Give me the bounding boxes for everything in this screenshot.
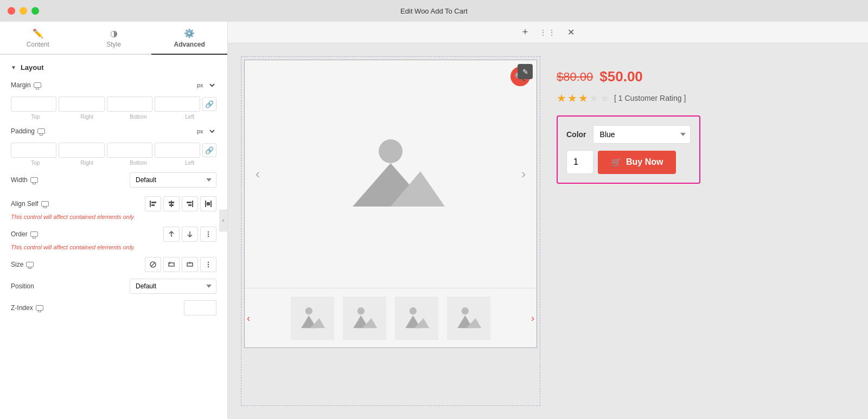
padding-inputs: 🔗: [11, 143, 216, 158]
star-rating: ★ ★ ★ ★ ★: [557, 92, 610, 105]
align-self-center-button[interactable]: [163, 196, 180, 211]
position-select[interactable]: Default Relative Absolute Fixed: [130, 279, 216, 294]
zindex-control-row: Z-Index: [11, 300, 216, 315]
padding-left-input[interactable]: [155, 143, 200, 158]
margin-labels: Top Right Bottom Left: [11, 114, 216, 120]
svg-rect-11: [207, 202, 210, 205]
svg-rect-2: [151, 204, 155, 206]
margin-top-input[interactable]: [11, 96, 56, 112]
svg-point-13: [208, 234, 209, 235]
image-next-button[interactable]: ›: [515, 165, 532, 183]
margin-link-button[interactable]: 🔗: [202, 97, 216, 111]
thumb-prev-button[interactable]: ‹: [247, 312, 250, 324]
size-fill-button[interactable]: [182, 257, 198, 272]
svg-rect-6: [192, 201, 193, 207]
color-row: Color Blue Red Green Black: [566, 125, 691, 144]
layout-section-header[interactable]: ▼ Layout: [11, 63, 216, 72]
align-self-end-button[interactable]: [182, 196, 198, 211]
align-end-icon: [186, 200, 194, 208]
size-fit-button[interactable]: [163, 257, 180, 272]
panel-collapse-button[interactable]: ‹: [219, 210, 228, 231]
order-up-icon: [168, 230, 175, 238]
thumbnail-3[interactable]: [395, 296, 438, 340]
buy-now-button[interactable]: 🛒 Buy Now: [598, 151, 676, 174]
order-control-row: Order: [11, 227, 216, 242]
cart-row: 🛒 Buy Now: [566, 150, 691, 174]
quantity-input[interactable]: [566, 150, 593, 174]
align-self-stretch-button[interactable]: [200, 196, 216, 211]
tab-content[interactable]: ✏️ Content: [0, 22, 76, 54]
size-none-icon: [149, 261, 157, 268]
svg-point-21: [208, 266, 209, 267]
position-label: Position: [11, 282, 60, 290]
size-more-icon: [205, 261, 212, 268]
order-down-button[interactable]: [182, 227, 198, 242]
close-traffic-light[interactable]: [8, 7, 15, 15]
align-self-row: Align Self: [11, 196, 216, 211]
tab-style[interactable]: ◑ Style: [76, 22, 152, 54]
padding-top-input[interactable]: [11, 143, 56, 158]
svg-rect-3: [171, 201, 172, 207]
size-control-row: Size: [11, 257, 216, 272]
size-none-button[interactable]: [145, 257, 161, 272]
svg-rect-1: [151, 202, 156, 203]
padding-right-input[interactable]: [59, 143, 104, 158]
maximize-traffic-light[interactable]: [31, 7, 39, 15]
color-select[interactable]: Blue Red Green Black: [593, 125, 691, 144]
svg-point-31: [410, 307, 417, 314]
titlebar: Edit Woo Add To Cart: [0, 0, 868, 22]
tab-advanced[interactable]: ⚙️ Advanced: [151, 22, 227, 54]
margin-left-input[interactable]: [155, 96, 200, 112]
svg-point-34: [462, 307, 469, 314]
size-more-button[interactable]: [200, 257, 216, 272]
product-info: $80.00 $50.00 ★ ★ ★ ★ ★ [ 1 Customer Rat…: [548, 60, 852, 403]
minimize-traffic-light[interactable]: [20, 7, 27, 15]
svg-rect-4: [169, 202, 174, 203]
panel-scroll-area: ▼ Layout Margin px % em: [0, 55, 227, 419]
align-center-icon: [168, 200, 175, 208]
svg-point-25: [305, 307, 312, 314]
thumbnail-1[interactable]: [291, 296, 334, 340]
align-self-start-button[interactable]: [145, 196, 161, 211]
order-up-button[interactable]: [163, 227, 180, 242]
svg-point-12: [208, 231, 209, 233]
buy-now-label: Buy Now: [626, 157, 663, 167]
thumbnail-2[interactable]: [343, 296, 386, 340]
thumbnail-strip: ‹: [245, 288, 537, 347]
padding-bottom-input[interactable]: [107, 143, 152, 158]
order-more-button[interactable]: [200, 227, 216, 242]
edit-widget-button[interactable]: ✎: [518, 64, 533, 79]
product-image-placeholder: [336, 131, 445, 217]
margin-inputs: 🔗: [11, 96, 216, 112]
align-start-icon: [149, 200, 157, 208]
content-icon: ✏️: [33, 28, 43, 38]
width-select[interactable]: Default Full Width Custom: [130, 172, 216, 188]
add-element-button[interactable]: +: [518, 25, 533, 40]
order-down-icon: [186, 230, 194, 238]
thumb-next-button[interactable]: ›: [531, 312, 534, 324]
zindex-label: Z-Index: [11, 304, 60, 312]
thumb-image-3: [403, 305, 430, 332]
price-row: $80.00 $50.00: [557, 68, 843, 85]
image-prev-button[interactable]: ‹: [249, 165, 266, 183]
svg-point-19: [208, 262, 209, 263]
padding-unit-select[interactable]: px % em: [193, 126, 216, 136]
margin-unit-select[interactable]: px % em: [193, 80, 216, 90]
padding-control-row: Padding px % em: [11, 126, 216, 136]
zindex-input-wrap: [184, 300, 216, 315]
canvas-area: 🔍 ‹ ›: [228, 43, 868, 419]
margin-bottom-input[interactable]: [107, 96, 152, 112]
thumb-image-1: [299, 305, 326, 332]
position-control-row: Position Default Relative Absolute Fixed: [11, 279, 216, 294]
size-responsive-icon: [26, 262, 34, 267]
padding-link-button[interactable]: 🔗: [202, 143, 216, 157]
zindex-input[interactable]: [184, 300, 216, 315]
size-buttons: [145, 257, 216, 272]
drag-handle-icon[interactable]: ⋮⋮: [539, 28, 557, 37]
order-label: Order: [11, 230, 60, 238]
order-responsive-icon: [30, 231, 38, 237]
star-4: ★: [589, 92, 599, 105]
thumbnail-4[interactable]: [447, 296, 490, 340]
close-topbar-button[interactable]: ✕: [563, 25, 578, 40]
margin-right-input[interactable]: [59, 96, 104, 112]
